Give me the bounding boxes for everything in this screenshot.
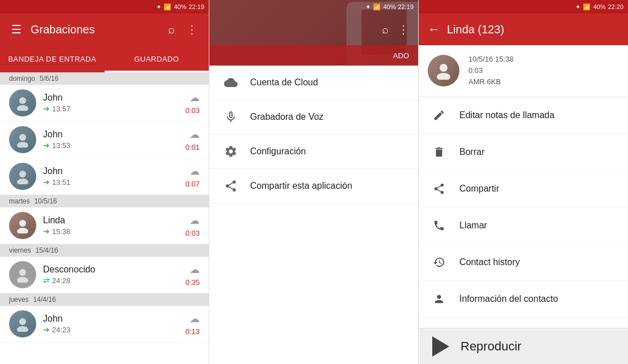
call-direction: ➜ 13:51 bbox=[43, 177, 186, 187]
time-label: 22:19 bbox=[188, 3, 204, 10]
more-options-icon[interactable]: ⋮ bbox=[184, 20, 200, 38]
date-separator-4: jueves 14/4/16 bbox=[0, 293, 209, 306]
mic-icon bbox=[223, 109, 239, 125]
delete-label: Borrar bbox=[459, 147, 484, 157]
svg-point-8 bbox=[19, 269, 26, 276]
action-delete[interactable]: Borrar bbox=[419, 134, 628, 171]
status-bar-middle: ✦ 📶 40% 22:19 bbox=[209, 0, 418, 14]
call-time: 13:53 bbox=[52, 141, 71, 150]
outgoing-arrow-icon: ➜ bbox=[43, 104, 50, 113]
svg-point-2 bbox=[19, 134, 26, 141]
cloud-upload-icon: ☁ bbox=[190, 92, 200, 104]
play-button[interactable] bbox=[432, 336, 449, 357]
search-icon[interactable]: ⌕ bbox=[382, 23, 389, 36]
play-bar: Reproducir bbox=[419, 328, 628, 364]
bluetooth-icon: ✦ bbox=[365, 3, 371, 11]
edit-icon bbox=[430, 106, 448, 124]
signal-icon: 📶 bbox=[583, 3, 591, 11]
action-call[interactable]: Llamar bbox=[419, 207, 628, 244]
cloud-upload-icon: ☁ bbox=[190, 165, 200, 177]
menu-overlay: ✦ 📶 40% 22:19 ⌕ ⋮ ADO Cuenta de Cloud bbox=[209, 0, 418, 364]
action-contact-info[interactable]: Información del contacto bbox=[419, 281, 628, 318]
trash-icon bbox=[430, 143, 448, 161]
time-label: 22:20 bbox=[608, 3, 623, 10]
date-label-4: 14/4/16 bbox=[33, 296, 56, 304]
call-info: John ➜ 13:51 bbox=[43, 166, 186, 187]
clock-icon bbox=[430, 253, 448, 271]
call-time: 13:57 bbox=[52, 105, 71, 113]
avatar bbox=[9, 126, 36, 153]
settings-label: Configuración bbox=[250, 146, 306, 157]
svg-point-9 bbox=[17, 277, 28, 283]
caller-name: John bbox=[43, 166, 186, 176]
signal-icon: 📶 bbox=[164, 3, 171, 11]
left-tabs: BANDEJA DE ENTRADA GUARDADO bbox=[0, 45, 209, 72]
call-direction: ➜ 13:57 bbox=[43, 104, 186, 113]
call-duration: 0:13 bbox=[186, 327, 200, 336]
call-info: Desconocido ⇄ 24:28 bbox=[43, 265, 186, 285]
contact-title: Linda (123) bbox=[447, 23, 619, 36]
recording-datetime: 10/5/16 15:38 bbox=[468, 54, 514, 64]
call-time: 13:51 bbox=[52, 178, 71, 187]
list-item[interactable]: John ➜ 13:51 ☁ 0:07 bbox=[0, 158, 209, 195]
tabs-partial: ADO bbox=[209, 45, 418, 66]
tab-guardado[interactable]: GUARDADO bbox=[105, 45, 209, 72]
action-no-record[interactable]: No grabar a este contacto bbox=[419, 318, 628, 328]
signal-icon: 📶 bbox=[373, 3, 381, 11]
call-direction: ➜ 15:38 bbox=[43, 227, 186, 236]
cloud-upload-icon: ☁ bbox=[190, 128, 200, 141]
right-toolbar: ← Linda (123) bbox=[419, 14, 628, 45]
cloud-icon bbox=[223, 75, 239, 90]
search-icon[interactable]: ⌕ bbox=[166, 21, 177, 38]
share-app-label: Compartir esta aplicación bbox=[250, 181, 352, 191]
left-toolbar: ☰ Grabaciones ⌕ ⋮ bbox=[0, 14, 209, 45]
call-direction: ⇄ 24:28 bbox=[43, 276, 186, 285]
svg-point-11 bbox=[17, 326, 28, 332]
call-duration: 0:03 bbox=[186, 106, 200, 115]
tab-bandeja[interactable]: BANDEJA DE ENTRADA bbox=[0, 45, 105, 72]
more-options-icon[interactable]: ⋮ bbox=[398, 23, 409, 36]
svg-point-5 bbox=[17, 179, 28, 184]
list-item[interactable]: John ➜ 24:23 ☁ 0:13 bbox=[0, 306, 209, 343]
action-contact-history[interactable]: Contact history bbox=[419, 244, 628, 281]
action-edit-notes[interactable]: Editar notas de llamada bbox=[419, 97, 628, 134]
date-separator-2: martes 10/5/16 bbox=[0, 195, 209, 207]
list-item[interactable]: John ➜ 13:53 ☁ 0:01 bbox=[0, 122, 209, 158]
call-info: John ➜ 24:23 bbox=[43, 314, 186, 334]
call-direction: ➜ 24:23 bbox=[43, 325, 186, 334]
menu-icon[interactable]: ☰ bbox=[9, 20, 24, 38]
menu-item-cloud[interactable]: Cuenta de Cloud bbox=[209, 66, 418, 100]
date-label-1: 5/6/16 bbox=[40, 75, 58, 83]
menu-item-share[interactable]: Compartir esta aplicación bbox=[209, 169, 418, 203]
date-label-2: 10/5/16 bbox=[35, 197, 57, 205]
list-item[interactable]: John ➜ 13:57 ☁ 0:03 bbox=[0, 85, 209, 122]
svg-point-13 bbox=[437, 73, 450, 80]
menu-list: Cuenta de Cloud Grabadora de Voz Configu… bbox=[209, 66, 418, 364]
time-label: 22:19 bbox=[398, 3, 414, 10]
svg-point-6 bbox=[19, 220, 26, 227]
menu-item-settings[interactable]: Configuración bbox=[209, 135, 418, 169]
list-item[interactable]: Linda ➜ 15:38 ☁ 0:03 bbox=[0, 207, 209, 244]
list-item[interactable]: Desconocido ⇄ 24:28 ☁ 0:35 bbox=[0, 257, 209, 293]
action-share[interactable]: Compartir bbox=[419, 171, 628, 207]
bluetooth-icon: ✦ bbox=[156, 3, 161, 11]
svg-point-3 bbox=[17, 142, 28, 148]
outgoing-arrow-icon: ➜ bbox=[43, 227, 50, 236]
caller-name: Linda bbox=[43, 215, 186, 226]
back-button[interactable]: ← bbox=[428, 22, 440, 37]
cloud-upload-icon: ☁ bbox=[190, 263, 200, 276]
day-label-4: jueves bbox=[9, 296, 29, 304]
call-direction: ➜ 13:53 bbox=[43, 141, 186, 150]
menu-item-voice[interactable]: Grabadora de Voz bbox=[209, 100, 418, 135]
cloud-label: Cuenta de Cloud bbox=[250, 77, 318, 88]
middle-panel: Grabadora de llamadas ✦ 📶 40% 22:19 ⌕ ⋮ … bbox=[209, 0, 419, 364]
avatar bbox=[9, 310, 36, 337]
person-icon bbox=[430, 290, 448, 308]
call-info: John ➜ 13:57 bbox=[43, 93, 186, 113]
bluetooth-icon: ✦ bbox=[575, 3, 580, 11]
svg-point-7 bbox=[17, 228, 28, 233]
outgoing-arrow-icon: ➜ bbox=[43, 325, 50, 334]
call-time: 15:38 bbox=[52, 227, 71, 236]
phone-icon bbox=[430, 216, 448, 235]
outgoing-arrow-icon: ➜ bbox=[43, 141, 50, 150]
